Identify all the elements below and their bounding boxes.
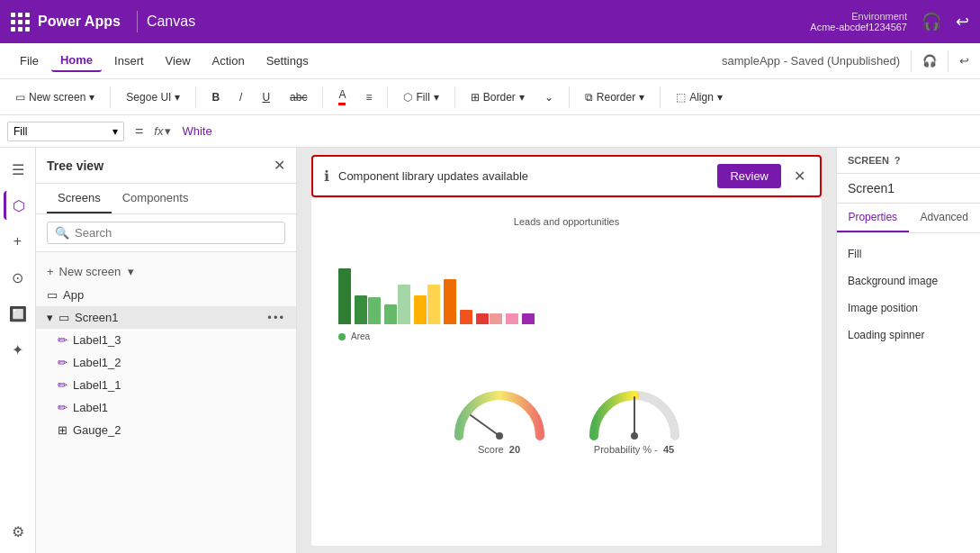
prop-image-position[interactable]: Image position: [837, 295, 980, 322]
underline-button[interactable]: U: [254, 86, 278, 108]
tree-close-btn[interactable]: ✕: [274, 157, 285, 174]
screen1-expand-icon: ▾: [47, 311, 53, 324]
dropdown-arrow: ▾: [89, 91, 94, 104]
label1-icon: ✏: [58, 401, 67, 414]
tree-item-label1[interactable]: ✏ Label1: [36, 396, 296, 419]
bar-group-5: [444, 279, 456, 324]
menu-right: sampleApp - Saved (Unpublished) 🎧 ↩: [722, 50, 969, 72]
screen-section-label: SCREEN: [848, 155, 889, 166]
bar-2a: [355, 295, 367, 324]
tab-advanced[interactable]: Advanced: [909, 204, 981, 232]
tree-panel: Tree view ✕ Screens Components 🔍 + New s…: [36, 148, 297, 553]
undo-btn[interactable]: ↩: [959, 54, 969, 68]
env-value: Acme-abcdef1234567: [810, 22, 907, 32]
right-panel: SCREEN ? Screen1 Properties Advanced Fil…: [836, 148, 980, 553]
align-button[interactable]: ≡: [357, 86, 380, 108]
prop-background-image[interactable]: Background image: [837, 267, 980, 295]
fill-button[interactable]: ⬡ Fill ▾: [395, 86, 446, 108]
border-button[interactable]: ⊞ Border ▾: [463, 86, 533, 108]
border-icon: ⊞: [471, 91, 480, 104]
legend-dot: [338, 333, 346, 340]
env-label: Environment: [810, 11, 907, 22]
screen-help-icon[interactable]: ?: [895, 155, 901, 166]
gauge-2-label: Probability % - 45: [594, 444, 674, 455]
grid-icon[interactable]: [11, 13, 27, 32]
main-content: ☰ ⬡ + ⊙ 🔲 ✦ ⚙ Tree view ✕ Screens Compon…: [0, 148, 980, 553]
border-arrow: ▾: [519, 91, 525, 104]
strikethrough-button[interactable]: abc: [282, 86, 315, 108]
italic-button[interactable]: /: [231, 86, 250, 108]
tab-components[interactable]: Components: [112, 184, 200, 213]
gauge-1: Score 20: [445, 377, 553, 455]
sidebar-data-icon[interactable]: ⊙: [4, 263, 32, 292]
sidebar-treeview-icon[interactable]: ⬡: [4, 191, 32, 220]
tree-item-label1-1[interactable]: ✏ Label1_1: [36, 374, 296, 396]
support-icon[interactable]: 🎧: [922, 12, 941, 32]
tree-item-label1-2[interactable]: ✏ Label1_2: [36, 351, 296, 374]
notif-close-btn[interactable]: ✕: [790, 168, 809, 185]
title-divider: [137, 11, 138, 32]
screen1-more[interactable]: •••: [267, 311, 285, 324]
formula-value: White: [182, 124, 211, 138]
sidebar-media-icon[interactable]: 🔲: [4, 299, 32, 328]
sidebar-settings-icon[interactable]: ⚙: [4, 517, 32, 546]
tree-item-screen1[interactable]: ▾ ▭ Screen1 •••: [36, 306, 296, 329]
toolbar: ▭ New screen ▾ Segoe UI ▾ B / U abc A ≡ …: [0, 79, 980, 115]
tb-sep7: [660, 86, 661, 108]
bar-group-8: [506, 313, 518, 324]
reorder-button[interactable]: ⧉ Reorder ▾: [577, 86, 652, 108]
chart-title: Leads and opportunities: [329, 216, 804, 227]
screen-icon: ▭: [15, 91, 25, 104]
align-prop-button[interactable]: ⬚ Align ▾: [668, 86, 731, 108]
right-panel-header: SCREEN ?: [837, 148, 980, 174]
search-input-wrap[interactable]: 🔍: [47, 222, 285, 244]
tab-screens[interactable]: Screens: [47, 184, 112, 213]
menu-view[interactable]: View: [157, 50, 200, 71]
formula-fx[interactable]: fx ▾: [154, 124, 171, 138]
menu-home[interactable]: Home: [51, 50, 102, 72]
bar-group-6: [460, 310, 472, 324]
support-btn[interactable]: 🎧: [922, 54, 937, 68]
search-input[interactable]: [75, 226, 277, 240]
font-color-button[interactable]: A: [330, 84, 354, 110]
sidebar-hamburger[interactable]: ☰: [4, 155, 32, 184]
tree-item-label1-3[interactable]: ✏ Label1_3: [36, 329, 296, 351]
reorder-icon: ⧉: [585, 91, 593, 104]
text-format-dropdown[interactable]: Segoe UI ▾: [118, 86, 188, 108]
top-bar-right: Environment Acme-abcdef1234567 🎧 ↩: [810, 11, 969, 32]
prop-fill[interactable]: Fill: [837, 240, 980, 267]
menu-settings[interactable]: Settings: [257, 50, 318, 71]
svg-point-3: [631, 432, 638, 440]
sidebar-icons: ☰ ⬡ + ⊙ 🔲 ✦ ⚙: [0, 148, 36, 553]
menu-file[interactable]: File: [11, 50, 48, 71]
label1-2-label: Label1_2: [73, 356, 121, 369]
sidebar-fx-icon[interactable]: ✦: [4, 335, 32, 364]
label1-1-label: Label1_1: [73, 378, 121, 392]
new-screen-btn[interactable]: + New screen ▾: [36, 259, 296, 284]
notif-text: Component library updates available: [338, 169, 708, 183]
bar-4a: [414, 295, 427, 324]
bar-chart-area: Leads and opportunities: [311, 198, 822, 359]
sidebar-add-icon[interactable]: +: [4, 227, 32, 256]
bold-button[interactable]: B: [203, 86, 228, 108]
gauge2-icon: ⊞: [58, 423, 67, 437]
tb-sep2: [195, 86, 196, 108]
prop-loading-spinner[interactable]: Loading spinner: [837, 322, 980, 349]
tab-properties[interactable]: Properties: [837, 204, 909, 232]
new-screen-button[interactable]: ▭ New screen ▾: [7, 86, 103, 108]
menu-insert[interactable]: Insert: [105, 50, 153, 71]
menu-action[interactable]: Action: [203, 50, 254, 71]
undo-icon[interactable]: ↩: [956, 12, 969, 32]
tree-item-gauge2[interactable]: ⊞ Gauge_2: [36, 419, 296, 441]
notif-info-icon: ℹ: [324, 168, 329, 185]
review-button[interactable]: Review: [717, 164, 781, 188]
fill-arrow: ▾: [434, 91, 439, 104]
dropdown-arrow-btn[interactable]: ⌄: [536, 86, 562, 108]
notification-banner: ℹ Component library updates available Re…: [311, 155, 822, 197]
formula-selector[interactable]: Fill ▾: [7, 122, 124, 141]
app-name: Power Apps: [38, 14, 121, 30]
tb-sep4: [387, 86, 388, 108]
tree-item-app[interactable]: ▭ App: [36, 284, 296, 306]
tree-search: 🔍: [36, 214, 296, 252]
app-status: sampleApp - Saved (Unpublished): [722, 54, 900, 68]
